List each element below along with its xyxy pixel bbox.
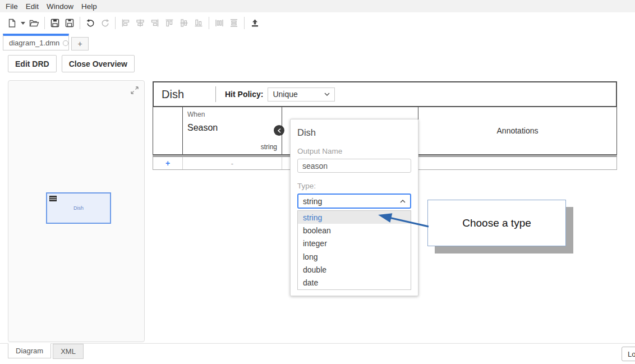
drd-overview-panel[interactable]: Dish bbox=[8, 80, 145, 342]
when-label: When bbox=[187, 110, 205, 118]
toolbar-separator bbox=[244, 17, 245, 29]
menu-help[interactable]: Help bbox=[81, 2, 97, 11]
toolbar-separator bbox=[80, 17, 80, 29]
hit-policy-label: Hit Policy: bbox=[225, 90, 263, 99]
new-file-button[interactable] bbox=[4, 16, 19, 30]
align-center-vertical-button[interactable] bbox=[133, 16, 148, 30]
new-file-icon bbox=[7, 19, 17, 28]
output-edit-popup: Dish Output Name Type: string string boo… bbox=[290, 119, 418, 296]
distribute-vertically-button[interactable] bbox=[227, 16, 241, 30]
unsaved-indicator-icon bbox=[63, 40, 68, 46]
undo-icon bbox=[86, 19, 95, 27]
save-as-button[interactable] bbox=[62, 16, 77, 30]
upload-icon bbox=[251, 19, 259, 27]
drd-node-dish[interactable]: Dish bbox=[46, 192, 111, 224]
file-tab-strip: diagram_1.dmn + bbox=[3, 34, 89, 50]
distribute-vertically-icon bbox=[229, 19, 238, 27]
deploy-upload-button[interactable] bbox=[247, 16, 262, 30]
callout-text: Choose a type bbox=[462, 217, 531, 229]
chevron-left-icon bbox=[277, 128, 282, 133]
row-number-column-header bbox=[153, 107, 183, 154]
tab-diagram-view[interactable]: Diagram bbox=[8, 343, 51, 358]
toolbar-separator bbox=[115, 17, 116, 29]
input-column-header[interactable]: When Season string bbox=[183, 107, 282, 154]
distribute-horizontally-button[interactable] bbox=[212, 16, 227, 30]
callout-arrow-icon bbox=[375, 210, 433, 231]
type-select-value: string bbox=[303, 197, 322, 206]
align-bottom-button[interactable] bbox=[191, 16, 206, 30]
align-right-icon bbox=[150, 19, 159, 27]
menu-bar: File Edit Window Help bbox=[0, 0, 635, 12]
expand-panel-icon[interactable] bbox=[130, 86, 139, 95]
align-right-button[interactable] bbox=[148, 16, 162, 30]
type-option-long[interactable]: long bbox=[298, 250, 411, 263]
column-edit-badge[interactable] bbox=[274, 125, 284, 136]
redo-button[interactable] bbox=[98, 16, 112, 30]
overview-action-bar: Edit DRD Close Overview bbox=[8, 55, 135, 72]
input-column-type: string bbox=[261, 143, 277, 151]
footer-separator bbox=[0, 343, 635, 344]
save-button[interactable] bbox=[48, 16, 62, 30]
chevron-up-icon bbox=[400, 200, 406, 203]
annotations-column-header[interactable]: Annotations bbox=[418, 107, 616, 154]
output-name-input[interactable] bbox=[297, 159, 411, 173]
align-center-vertical-icon bbox=[136, 19, 145, 27]
edit-drd-button[interactable]: Edit DRD bbox=[8, 55, 57, 72]
new-file-dropdown-button[interactable] bbox=[19, 16, 27, 30]
log-button[interactable]: Log bbox=[622, 347, 635, 361]
popup-title: Dish bbox=[297, 127, 411, 138]
chevron-down-icon bbox=[324, 93, 330, 96]
type-option-integer[interactable]: integer bbox=[298, 237, 411, 250]
align-middle-horizontal-button[interactable] bbox=[177, 16, 191, 30]
redo-icon bbox=[100, 19, 110, 27]
type-option-double[interactable]: double bbox=[298, 263, 411, 276]
decision-table-header: Dish Hit Policy: Unique bbox=[153, 81, 617, 107]
hit-policy-select[interactable]: Unique bbox=[268, 87, 335, 102]
open-file-button[interactable] bbox=[27, 16, 42, 30]
view-tab-strip: Diagram XML bbox=[8, 344, 84, 359]
menu-edit[interactable]: Edit bbox=[26, 2, 39, 11]
align-top-icon bbox=[165, 19, 174, 27]
tab-diagram-1-dmn[interactable]: diagram_1.dmn bbox=[3, 34, 69, 50]
align-left-icon bbox=[121, 19, 130, 27]
toolbar-separator bbox=[44, 17, 45, 29]
align-bottom-icon bbox=[194, 19, 203, 27]
save-as-icon bbox=[65, 19, 74, 27]
menu-file[interactable]: File bbox=[6, 2, 18, 11]
new-tab-button[interactable]: + bbox=[71, 37, 89, 50]
choose-type-callout: Choose a type bbox=[427, 200, 566, 246]
tab-xml-view[interactable]: XML bbox=[53, 344, 84, 359]
input-column-name: Season bbox=[187, 123, 218, 133]
annotation-cell[interactable] bbox=[418, 157, 616, 169]
tab-label: diagram_1.dmn bbox=[9, 39, 59, 47]
type-option-date[interactable]: date bbox=[298, 276, 411, 289]
input-cell[interactable]: - bbox=[183, 157, 282, 169]
annotations-label: Annotations bbox=[497, 126, 539, 135]
decision-table-title[interactable]: Dish bbox=[162, 88, 215, 101]
close-overview-button[interactable]: Close Overview bbox=[62, 55, 135, 72]
dmn-editor-window: File Edit Window Help bbox=[0, 0, 635, 364]
hit-policy-value: Unique bbox=[273, 90, 297, 99]
decision-table-icon bbox=[49, 196, 57, 201]
toolbar bbox=[0, 12, 635, 34]
plus-icon: + bbox=[77, 39, 82, 48]
toolbar-separator bbox=[209, 17, 209, 29]
distribute-horizontally-icon bbox=[215, 19, 224, 27]
undo-button[interactable] bbox=[83, 16, 98, 30]
type-select[interactable]: string bbox=[297, 193, 411, 209]
add-row-button[interactable]: + bbox=[153, 157, 183, 169]
align-left-button[interactable] bbox=[118, 16, 133, 30]
align-middle-horizontal-icon bbox=[180, 19, 188, 27]
header-divider bbox=[215, 86, 216, 102]
save-icon bbox=[50, 19, 59, 27]
menu-window[interactable]: Window bbox=[47, 2, 73, 11]
align-top-button[interactable] bbox=[162, 16, 177, 30]
open-folder-icon bbox=[29, 19, 39, 27]
caret-down-icon bbox=[21, 22, 25, 25]
node-label: Dish bbox=[73, 205, 84, 211]
type-label: Type: bbox=[297, 182, 411, 190]
output-name-label: Output Name bbox=[297, 147, 411, 155]
